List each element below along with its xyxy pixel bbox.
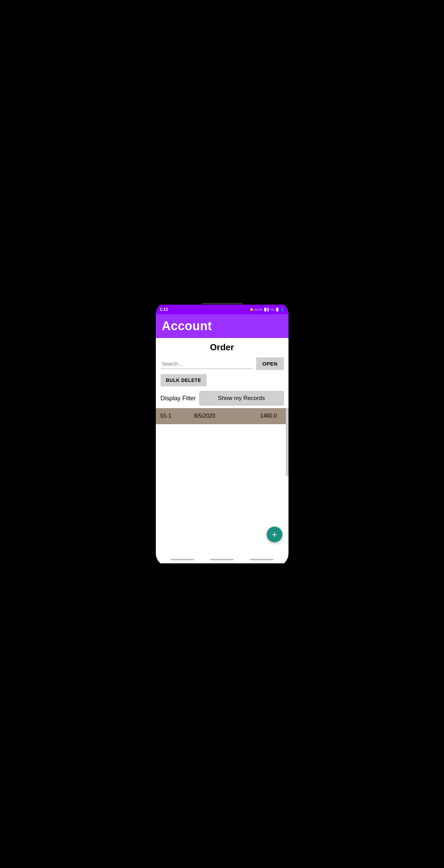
bottom-pill-2: [210, 559, 234, 560]
records-list: 01-1 8/5/2020 1460.0 +: [156, 408, 289, 556]
phone-screen: 1:13 🔔 Vo) 4G ▐▌▌ Vo) ▐▌ 👤 Account Order…: [156, 305, 289, 563]
open-button[interactable]: OPEN: [256, 357, 284, 370]
app-header: Account: [156, 314, 289, 338]
phone-bottom-bar: [156, 563, 289, 567]
table-row[interactable]: 01-1 8/5/2020 1460.0: [156, 408, 289, 424]
bulk-delete-row: BULK DELETE: [156, 372, 289, 388]
notch: [202, 303, 243, 304]
scroll-indicator: [286, 408, 289, 476]
4g-icon: 4G: [259, 308, 263, 311]
signal-icon: ▐▌▌: [263, 308, 270, 311]
bottom-pill-3: [250, 559, 274, 560]
app-header-title: Account: [162, 319, 212, 333]
filter-label: Display Filter: [161, 395, 196, 402]
status-bar: 1:13 🔔 Vo) 4G ▐▌▌ Vo) ▐▌ 👤: [156, 305, 289, 314]
plus-icon: +: [272, 530, 277, 539]
signal2-icon: ▐▌: [275, 308, 280, 311]
volte2-icon: Vo): [270, 308, 275, 311]
alarm-icon: 🔔: [250, 308, 253, 311]
bottom-nav-bar: [156, 556, 289, 563]
status-time: 1:13: [160, 307, 168, 312]
status-icons: 🔔 Vo) 4G ▐▌▌ Vo) ▐▌ 👤: [250, 308, 284, 311]
record-date: 8/5/2020: [188, 413, 222, 419]
phone-top-bar: [156, 301, 289, 305]
record-amount: 1460.0: [222, 413, 284, 419]
add-record-button[interactable]: +: [267, 527, 282, 542]
phone-frame: 1:13 🔔 Vo) 4G ▐▌▌ Vo) ▐▌ 👤 Account Order…: [156, 301, 289, 567]
volte-icon: Vo): [254, 308, 258, 311]
show-records-button[interactable]: Show my Records: [199, 391, 284, 405]
record-id: 01-1: [161, 413, 188, 419]
page-title: Order: [156, 338, 289, 355]
search-row: OPEN: [156, 355, 289, 372]
bottom-pill-1: [170, 559, 194, 560]
user-icon: 👤: [280, 308, 284, 311]
filter-row: Display Filter Show my Records: [156, 388, 289, 408]
bulk-delete-button[interactable]: BULK DELETE: [161, 374, 207, 386]
search-input[interactable]: [161, 359, 253, 369]
